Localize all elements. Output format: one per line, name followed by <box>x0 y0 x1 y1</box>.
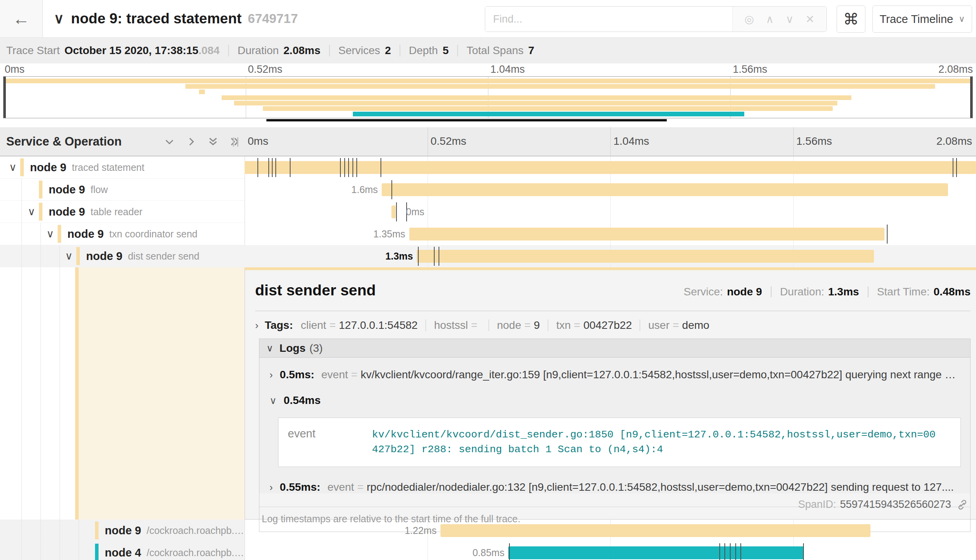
service-name: node 9 <box>49 205 85 218</box>
tag-key: client <box>301 319 326 332</box>
keyboard-shortcuts-button[interactable]: ⌘ <box>837 5 865 33</box>
row-chevron-icon[interactable]: ∨ <box>5 161 20 174</box>
span-row[interactable]: ∨node 9table reader0ms <box>0 201 976 223</box>
find-input[interactable] <box>485 7 732 32</box>
summary-label: Depth <box>409 44 438 57</box>
tag-key: node <box>497 319 521 332</box>
span-timeline-cell[interactable]: 0ms <box>245 201 976 223</box>
find-controls: ◎∧∨✕ <box>732 7 826 32</box>
span-row[interactable]: ∨node 9flow1.6ms <box>0 179 976 201</box>
summary-item: Services2 <box>338 44 391 57</box>
logs-chevron-icon: ∨ <box>266 343 273 354</box>
indent-guide <box>21 520 22 541</box>
span-name-cell[interactable]: ∨node 4/cockroach.roachpb.I... <box>0 542 245 560</box>
summary-label: Duration <box>238 44 279 57</box>
next-match-icon[interactable]: ∨ <box>786 13 794 26</box>
span-log-tick <box>719 543 720 560</box>
timeline-gridline <box>793 201 794 223</box>
row-chevron-icon[interactable]: ∨ <box>24 205 39 218</box>
span-bar[interactable] <box>417 250 874 263</box>
span-row[interactable]: ∨node 9txn coordinator send1.35ms <box>0 223 976 245</box>
find-group: ◎∧∨✕ <box>485 6 827 32</box>
span-name-cell[interactable]: ∨node 9dist sender send <box>0 245 245 267</box>
timeline-header-gridline <box>428 127 428 156</box>
back-button[interactable]: ← <box>0 0 43 37</box>
timeline-header-gridline <box>610 127 611 156</box>
log-entry[interactable]: ∨0.54ms <box>270 394 962 407</box>
span-rows-area: ∨node 9traced statement∨node 9flow1.6ms∨… <box>0 156 976 560</box>
span-log-tick <box>740 543 741 560</box>
span-bar[interactable] <box>245 161 976 174</box>
minimap-scroll-thumb[interactable] <box>266 119 666 121</box>
span-timeline-cell[interactable]: 1.3ms <box>245 245 976 267</box>
span-name-cell[interactable]: ∨node 9flow <box>0 179 245 201</box>
span-timeline-cell[interactable]: 1.22ms <box>245 520 976 542</box>
span-name-cell[interactable]: ∨node 9/cockroach.roachpb.I... <box>0 520 245 542</box>
deep-link-icon[interactable] <box>957 499 968 511</box>
prev-match-icon[interactable]: ∧ <box>766 13 774 26</box>
indent-guide <box>41 267 41 520</box>
minimap-tick-labels: 0ms0.52ms1.04ms1.56ms2.08ms <box>0 63 976 75</box>
span-row[interactable]: ∨node 9/cockroach.roachpb.I...1.22ms <box>0 520 976 542</box>
indent-guide <box>60 542 60 560</box>
span-duration-label: 1.35ms <box>373 228 405 240</box>
log-kv-key: event <box>278 427 372 457</box>
logs-header[interactable]: ∨Logs(3) <box>259 339 970 358</box>
view-selector-label: Trace Timeline <box>879 13 953 26</box>
detail-header: dist sender sendService:node 9Duration:1… <box>255 282 971 299</box>
clear-search-icon[interactable]: ✕ <box>805 13 814 26</box>
summary-value: 2.08ms <box>284 44 321 57</box>
span-bar[interactable] <box>440 524 870 537</box>
span-duration-label: 0ms <box>406 206 424 218</box>
span-bar[interactable] <box>382 183 948 196</box>
tags-chevron-icon[interactable]: › <box>255 319 259 332</box>
span-name-cell[interactable]: ∨node 9txn coordinator send <box>0 223 245 245</box>
row-chevron-icon[interactable]: ∨ <box>43 228 58 240</box>
tag-equals: = <box>673 319 679 332</box>
log-chevron-icon[interactable]: › <box>270 482 273 493</box>
collapse-all-chevron-down-icon[interactable] <box>164 136 175 147</box>
indent-guide <box>41 245 41 267</box>
operation-name: flow <box>90 184 107 195</box>
span-row[interactable]: ∨node 9dist sender send1.3ms <box>0 245 976 267</box>
collapse-all-double-chevron-down-icon[interactable] <box>207 136 219 147</box>
meta-value: node 9 <box>727 286 762 298</box>
span-timeline-cell[interactable]: 1.35ms <box>245 223 976 245</box>
expand-one-chevron-right-icon[interactable] <box>185 136 197 147</box>
span-name-cell[interactable]: ∨node 9traced statement <box>0 156 245 179</box>
log-entry[interactable]: ›0.5ms:event=kv/kvclient/kvcoord/range_i… <box>270 369 962 381</box>
span-row[interactable]: ∨node 9traced statement <box>0 156 976 179</box>
trace-minimap[interactable] <box>3 76 973 118</box>
log-chevron-icon[interactable]: › <box>270 369 273 381</box>
span-bar[interactable] <box>508 546 803 559</box>
span-timeline-cell[interactable]: 0.85ms <box>245 542 976 560</box>
minimap-scrubber-right[interactable] <box>970 77 972 118</box>
tags-row[interactable]: ›Tags:client=127.0.0.1:54582hostssl=node… <box>255 319 709 332</box>
meta-label: Duration: <box>780 286 824 298</box>
indent-guide <box>79 520 79 541</box>
indent-guide <box>21 201 22 223</box>
span-timeline-cell[interactable] <box>245 156 976 179</box>
collapse-controls <box>164 127 241 156</box>
span-log-tick <box>735 543 736 560</box>
trace-view-selector[interactable]: Trace Timeline ∨ <box>872 5 972 33</box>
log-chevron-icon[interactable]: ∨ <box>270 395 277 406</box>
span-log-tick <box>418 247 419 266</box>
span-bar[interactable] <box>409 228 885 241</box>
span-row[interactable]: ∨node 4/cockroach.roachpb.I...0.85ms <box>0 542 976 560</box>
span-log-tick <box>356 158 357 177</box>
span-duration-label: 0.85ms <box>472 547 504 558</box>
span-name-cell[interactable]: ∨node 9table reader <box>0 201 245 223</box>
tag-equals: = <box>471 319 477 332</box>
span-bar[interactable] <box>391 205 396 218</box>
collapse-title-chevron-icon[interactable]: ∨ <box>54 11 64 27</box>
span-timeline-cell[interactable]: 1.6ms <box>245 179 976 201</box>
span-detail-panel: dist sender sendService:node 9Duration:1… <box>245 267 976 520</box>
column-resize-handle[interactable] <box>233 137 238 147</box>
detail-span-title: dist sender send <box>255 282 684 299</box>
timeline-tick-label: 1.56ms <box>796 135 832 147</box>
minimap-scrubber-left[interactable] <box>4 77 6 118</box>
match-highlight-icon[interactable]: ◎ <box>744 13 754 26</box>
log-entry[interactable]: ›0.55ms:event=rpc/nodedialer/nodedialer.… <box>270 481 962 493</box>
row-chevron-icon[interactable]: ∨ <box>62 250 76 262</box>
